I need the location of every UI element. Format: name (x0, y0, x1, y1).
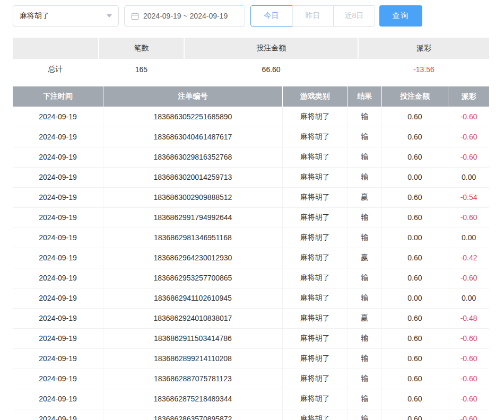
bet-time-cell: 2024-09-19 (13, 107, 103, 127)
header-bet-amount: 投注金额 (381, 86, 448, 107)
game-type-cell: 麻将胡了 (282, 207, 347, 228)
game-select[interactable]: 麻将胡了 (13, 5, 119, 27)
table-row: 2024-09-191836862964230012930麻将胡了赢0.60-0… (13, 248, 489, 268)
calendar-icon (131, 12, 139, 20)
bet-time-cell: 2024-09-19 (13, 248, 103, 268)
table-row: 2024-09-191836862875218489344麻将胡了输0.60-0… (13, 389, 489, 409)
payout-cell: -0.60 (448, 268, 489, 288)
result-cell: 输 (347, 348, 381, 369)
chevron-down-icon (107, 14, 112, 18)
payout-cell: 0.00 (448, 288, 489, 308)
game-type-cell: 麻将胡了 (282, 107, 347, 127)
date-range-value: 2024-09-19 ~ 2024-09-19 (143, 12, 228, 20)
summary-header-bet-amount: 投注金额 (184, 38, 358, 59)
bet-amount-cell: 0.00 (381, 228, 448, 248)
query-button[interactable]: 查询 (379, 5, 422, 27)
bet-time-cell: 2024-09-19 (13, 308, 103, 328)
bet-time-cell: 2024-09-19 (13, 409, 103, 420)
bet-time-cell: 2024-09-19 (13, 348, 103, 369)
game-type-cell: 麻将胡了 (282, 167, 347, 187)
bet-amount-cell: 0.60 (381, 409, 448, 420)
bet-amount-cell: 0.60 (381, 369, 448, 389)
ticket-id-cell: 1836862863570895872 (103, 409, 283, 420)
payout-cell: -0.42 (448, 248, 489, 268)
records-table: 下注时间 注单编号 游戏类别 结果 投注金额 派彩 2024-09-191836… (13, 86, 489, 420)
payout-cell: -0.60 (448, 147, 489, 167)
table-row: 2024-09-191836862863570895872麻将胡了输0.60-0… (13, 409, 489, 420)
today-button[interactable]: 今日 (250, 5, 292, 27)
ticket-id-cell: 1836862964230012930 (103, 248, 283, 268)
game-type-cell: 麻将胡了 (282, 328, 347, 348)
summary-header-payout: 派彩 (358, 38, 489, 59)
result-cell: 输 (347, 328, 381, 348)
records-header-row: 下注时间 注单编号 游戏类别 结果 投注金额 派彩 (13, 86, 489, 107)
result-cell: 赢 (347, 248, 381, 268)
game-type-cell: 麻将胡了 (282, 288, 347, 308)
game-type-cell: 麻将胡了 (282, 187, 347, 207)
game-type-cell: 麻将胡了 (282, 369, 347, 389)
bet-amount-cell: 0.60 (381, 248, 448, 268)
header-game-type: 游戏类别 (282, 86, 347, 107)
last-8-days-button[interactable]: 近8日 (333, 5, 375, 27)
table-row: 2024-09-191836863002909888512麻将胡了赢0.60-0… (13, 187, 489, 207)
result-cell: 赢 (347, 308, 381, 328)
bet-amount-cell: 0.60 (381, 127, 448, 147)
bet-amount-cell: 0.60 (381, 187, 448, 207)
summary-payout-value: -13.56 (358, 59, 489, 80)
payout-cell: -0.48 (448, 308, 489, 328)
game-type-cell: 麻将胡了 (282, 409, 347, 420)
ticket-id-cell: 1836862953257700865 (103, 268, 283, 288)
table-row: 2024-09-191836862953257700865麻将胡了输0.60-0… (13, 268, 489, 288)
bet-amount-cell: 0.60 (381, 308, 448, 328)
records-body: 2024-09-191836863052251685890麻将胡了输0.60-0… (13, 107, 489, 420)
ticket-id-cell: 1836862899214110208 (103, 348, 283, 369)
result-cell: 输 (347, 369, 381, 389)
bet-time-cell: 2024-09-19 (13, 167, 103, 187)
result-cell: 输 (347, 389, 381, 409)
table-row: 2024-09-191836862991794992644麻将胡了输0.60-0… (13, 207, 489, 228)
ticket-id-cell: 1836863040461487617 (103, 127, 283, 147)
table-row: 2024-09-191836862911503414786麻将胡了输0.60-0… (13, 328, 489, 348)
table-row: 2024-09-191836863040461487617麻将胡了输0.60-0… (13, 127, 489, 147)
summary-count-value: 165 (99, 59, 185, 80)
game-select-value: 麻将胡了 (20, 11, 49, 21)
bet-amount-cell: 0.60 (381, 268, 448, 288)
payout-cell: -0.60 (448, 207, 489, 228)
header-result: 结果 (347, 86, 381, 107)
game-type-cell: 麻将胡了 (282, 348, 347, 369)
header-payout: 派彩 (448, 86, 489, 107)
ticket-id-cell: 1836863002909888512 (103, 187, 283, 207)
game-type-cell: 麻将胡了 (282, 248, 347, 268)
bet-time-cell: 2024-09-19 (13, 369, 103, 389)
bet-amount-cell: 0.00 (381, 288, 448, 308)
betting-records-page: 麻将胡了 2024-09-19 ~ 2024-09-19 今日 昨日 近8日 查… (0, 0, 504, 420)
result-cell: 输 (347, 228, 381, 248)
game-type-cell: 麻将胡了 (282, 308, 347, 328)
payout-cell: -0.60 (448, 369, 489, 389)
bet-time-cell: 2024-09-19 (13, 207, 103, 228)
bet-amount-cell: 0.00 (381, 167, 448, 187)
bet-time-cell: 2024-09-19 (13, 127, 103, 147)
ticket-id-cell: 1836862911503414786 (103, 328, 283, 348)
result-cell: 输 (347, 409, 381, 420)
ticket-id-cell: 1836863052251685890 (103, 107, 283, 127)
result-cell: 输 (347, 107, 381, 127)
yesterday-button[interactable]: 昨日 (292, 5, 334, 27)
payout-cell: 0.00 (448, 228, 489, 248)
table-row: 2024-09-191836863020014259713麻将胡了输0.000.… (13, 167, 489, 187)
bet-amount-cell: 0.60 (381, 348, 448, 369)
payout-cell: -0.60 (448, 127, 489, 147)
ticket-id-cell: 1836863020014259713 (103, 167, 283, 187)
table-row: 2024-09-191836863029816352768麻将胡了输0.60-0… (13, 147, 489, 167)
filter-toolbar: 麻将胡了 2024-09-19 ~ 2024-09-19 今日 昨日 近8日 查… (13, 5, 489, 27)
result-cell: 输 (347, 288, 381, 308)
summary-header-row: 笔数 投注金额 派彩 (13, 38, 489, 59)
date-range-input[interactable]: 2024-09-19 ~ 2024-09-19 (124, 5, 245, 27)
table-row: 2024-09-191836862941102610945麻将胡了输0.000.… (13, 288, 489, 308)
bet-amount-cell: 0.60 (381, 107, 448, 127)
bet-amount-cell: 0.60 (381, 389, 448, 409)
bet-time-cell: 2024-09-19 (13, 389, 103, 409)
payout-cell: -0.60 (448, 348, 489, 369)
game-type-cell: 麻将胡了 (282, 228, 347, 248)
game-type-cell: 麻将胡了 (282, 147, 347, 167)
